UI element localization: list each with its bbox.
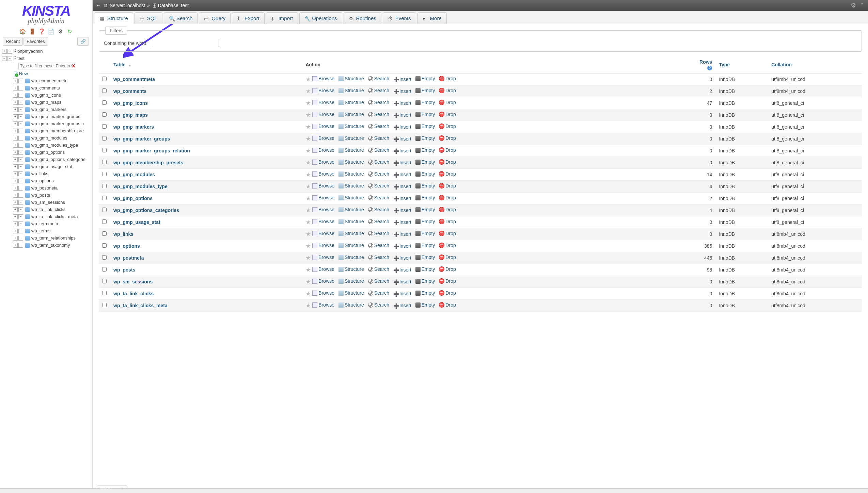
structure-link[interactable]: Structure (338, 112, 364, 117)
expand-icon[interactable]: + (13, 243, 18, 248)
expand-icon[interactable]: + (13, 86, 18, 91)
favorite-star-icon[interactable]: ★ (305, 195, 311, 202)
browse-link[interactable]: Browse (312, 278, 334, 284)
table-name-link[interactable]: wp_posts (113, 267, 136, 273)
favorite-star-icon[interactable]: ★ (305, 243, 311, 249)
row-checkbox[interactable] (102, 219, 107, 224)
expand-icon[interactable]: + (13, 164, 18, 169)
empty-link[interactable]: Empty (415, 231, 435, 236)
browse-link[interactable]: Browse (312, 159, 334, 165)
browse-link[interactable]: Browse (312, 219, 334, 224)
tree-filter-input[interactable] (18, 63, 76, 69)
structure-link[interactable]: Structure (338, 124, 364, 129)
table-name-link[interactable]: wp_links (113, 231, 133, 237)
table-name-link[interactable]: wp_gmp_marker_groups_relation (113, 148, 190, 153)
favorite-star-icon[interactable]: ★ (305, 278, 311, 285)
insert-link[interactable]: ➕Insert (393, 124, 411, 130)
browse-link[interactable]: Browse (312, 231, 334, 236)
structure-link[interactable]: Structure (338, 219, 364, 224)
insert-link[interactable]: ➕Insert (393, 136, 411, 142)
drop-link[interactable]: Drop (439, 183, 456, 188)
favorite-star-icon[interactable]: ★ (305, 159, 311, 166)
structure-link[interactable]: Structure (338, 243, 364, 248)
row-checkbox[interactable] (102, 136, 107, 141)
row-checkbox[interactable] (102, 279, 107, 283)
favorite-star-icon[interactable]: ★ (305, 266, 311, 273)
row-checkbox[interactable] (102, 160, 107, 164)
favorite-star-icon[interactable]: ★ (305, 100, 311, 106)
search-link[interactable]: Search (368, 195, 389, 200)
structure-link[interactable]: Structure (338, 159, 364, 165)
insert-link[interactable]: ➕Insert (393, 231, 411, 237)
tree-table[interactable]: +−wp_gmp_marker_groups (1, 113, 92, 120)
insert-link[interactable]: ➕Insert (393, 196, 411, 201)
tree-table[interactable]: +−wp_gmp_usage_stat (1, 163, 92, 170)
expand-icon[interactable]: + (13, 200, 18, 205)
insert-link[interactable]: ➕Insert (393, 208, 411, 213)
empty-link[interactable]: Empty (415, 243, 435, 248)
insert-link[interactable]: ➕Insert (393, 77, 411, 82)
favorite-star-icon[interactable]: ★ (305, 124, 311, 130)
insert-link[interactable]: ➕Insert (393, 100, 411, 106)
drop-link[interactable]: Drop (439, 76, 456, 81)
expand-icon[interactable]: − (18, 186, 23, 191)
expand-icon[interactable]: − (18, 157, 23, 162)
expand-icon[interactable]: − (18, 100, 23, 105)
search-link[interactable]: Search (368, 112, 389, 117)
expand-icon[interactable]: − (18, 229, 23, 233)
insert-link[interactable]: ➕Insert (393, 303, 411, 308)
reload-icon[interactable]: ↻ (67, 28, 73, 34)
collapse-top-icon[interactable]: ⌃ (859, 2, 865, 9)
tree-table[interactable]: +−wp_ta_link_clicks (1, 206, 92, 213)
row-checkbox[interactable] (102, 100, 107, 105)
tree-new[interactable]: 📄 New (1, 70, 92, 77)
expand-icon[interactable]: + (13, 121, 18, 126)
structure-link[interactable]: Structure (338, 254, 364, 260)
empty-link[interactable]: Empty (415, 159, 435, 165)
tab-query[interactable]: ▭Query (199, 12, 231, 24)
home-icon[interactable]: 🏠 (19, 28, 26, 34)
browse-link[interactable]: Browse (312, 266, 334, 272)
expand-icon[interactable]: − (18, 200, 23, 205)
insert-link[interactable]: ➕Insert (393, 112, 411, 118)
favorite-star-icon[interactable]: ★ (305, 302, 311, 309)
tree-table[interactable]: +−wp_sm_sessions (1, 199, 92, 206)
empty-link[interactable]: Empty (415, 135, 435, 141)
search-link[interactable]: Search (368, 135, 389, 141)
tab-import[interactable]: ⤵Import (266, 12, 298, 24)
table-name-link[interactable]: wp_gmp_usage_stat (113, 219, 160, 225)
structure-link[interactable]: Structure (338, 76, 364, 81)
search-link[interactable]: Search (368, 278, 389, 284)
col-collation[interactable]: Collation (768, 56, 862, 73)
favorite-star-icon[interactable]: ★ (305, 76, 311, 83)
empty-link[interactable]: Empty (415, 219, 435, 224)
structure-link[interactable]: Structure (338, 278, 364, 284)
structure-link[interactable]: Structure (338, 231, 364, 236)
empty-link[interactable]: Empty (415, 147, 435, 153)
expand-icon[interactable]: − (18, 136, 23, 141)
drop-link[interactable]: Drop (439, 100, 456, 105)
expand-icon[interactable]: + (13, 93, 18, 98)
tree-table[interactable]: +−wp_term_relationships (1, 234, 92, 242)
browse-link[interactable]: Browse (312, 76, 334, 81)
drop-link[interactable]: Drop (439, 135, 456, 141)
empty-link[interactable]: Empty (415, 290, 435, 296)
empty-link[interactable]: Empty (415, 278, 435, 284)
browse-link[interactable]: Browse (312, 147, 334, 153)
browse-link[interactable]: Browse (312, 243, 334, 248)
browse-link[interactable]: Browse (312, 183, 334, 188)
col-table[interactable]: Table ▲ (110, 56, 302, 73)
expand-icon[interactable]: − (18, 143, 23, 148)
recent-button[interactable]: Recent (3, 37, 23, 46)
table-name-link[interactable]: wp_comments (113, 88, 146, 94)
tab-structure[interactable]: ▦Structure (95, 12, 133, 24)
expand-icon[interactable]: − (18, 121, 23, 126)
tab-routines[interactable]: ⚙Routines (344, 12, 381, 24)
structure-link[interactable]: Structure (338, 195, 364, 200)
insert-link[interactable]: ➕Insert (393, 255, 411, 261)
tree-db[interactable]: − − 🗄 test (1, 55, 92, 62)
tree-table[interactable]: +−wp_termmeta (1, 220, 92, 227)
table-name-link[interactable]: wp_postmeta (113, 255, 144, 261)
expand-icon[interactable]: + (13, 221, 18, 226)
table-name-link[interactable]: wp_gmp_icons (113, 100, 148, 106)
